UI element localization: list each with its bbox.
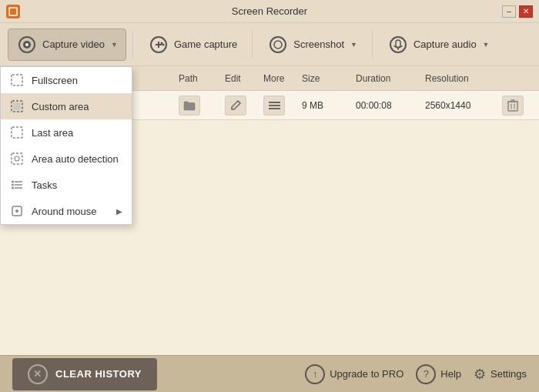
col-path: Path (179, 73, 225, 84)
fullscreen-icon (10, 73, 24, 87)
col-resolution: Resolution (425, 73, 502, 84)
svg-rect-15 (269, 108, 280, 109)
capture-audio-icon (387, 34, 409, 55)
upgrade-label: Upgrade to PRO (330, 368, 403, 380)
capture-audio-button[interactable]: Capture audio ▼ (379, 28, 498, 61)
toolbar: Capture video ▼ Game capture Screenshot … (0, 23, 539, 66)
cell-delete (502, 95, 533, 116)
path-folder-button[interactable] (179, 95, 200, 116)
upgrade-to-pro-button[interactable]: ↑ Upgrade to PRO (305, 364, 403, 384)
custom-area-label: Custom area (32, 101, 89, 112)
help-icon: ? (416, 364, 436, 384)
clear-history-button[interactable]: ✕ CLEAR HISTORY (12, 358, 157, 390)
menu-item-last-area[interactable]: Last area (1, 119, 132, 146)
clear-history-icon: ✕ (28, 364, 48, 384)
capture-video-icon (16, 34, 38, 55)
clear-history-label: CLEAR HISTORY (55, 368, 142, 380)
around-mouse-arrow: ▶ (116, 207, 122, 216)
upgrade-icon: ↑ (305, 364, 325, 384)
bottom-bar: ✕ CLEAR HISTORY ↑ Upgrade to PRO ? Help … (0, 355, 539, 392)
more-button[interactable] (263, 95, 285, 116)
fullscreen-label: Fullscreen (32, 75, 78, 86)
area-auto-detection-icon (10, 152, 24, 166)
svg-point-7 (162, 43, 164, 45)
game-capture-button[interactable]: Game capture (139, 28, 246, 61)
col-edit: Edit (225, 73, 263, 84)
help-label: Help (440, 368, 461, 380)
menu-item-custom-area[interactable]: Custom area (1, 93, 132, 119)
svg-point-23 (12, 181, 14, 183)
capture-video-label: Capture video (42, 39, 105, 50)
cell-path (179, 95, 225, 116)
custom-area-icon (10, 99, 24, 113)
capture-audio-label: Capture audio (413, 39, 477, 50)
svg-point-27 (12, 187, 14, 189)
delete-button[interactable] (502, 95, 524, 116)
content-area: Path Edit More Size Duration Resolution … (0, 66, 539, 355)
col-more: More (263, 73, 302, 84)
capture-video-button[interactable]: Capture video ▼ (8, 28, 126, 61)
title-bar: Screen Recorder – ✕ (0, 0, 539, 23)
capture-audio-arrow: ▼ (483, 41, 490, 49)
last-area-label: Last area (32, 127, 73, 139)
svg-point-22 (15, 156, 19, 161)
around-mouse-label: Around mouse (32, 206, 97, 217)
capture-video-arrow: ▼ (111, 41, 118, 49)
minimize-button[interactable]: – (502, 5, 516, 18)
close-button[interactable]: ✕ (519, 5, 533, 18)
settings-button[interactable]: ⚙ Settings (474, 366, 527, 383)
app-title: Screen Recorder (232, 5, 307, 17)
svg-rect-19 (13, 102, 21, 110)
toolbar-separator-3 (372, 31, 373, 59)
svg-point-30 (15, 209, 18, 213)
svg-point-8 (270, 37, 286, 52)
area-auto-detection-label: Area auto detection (32, 153, 119, 165)
settings-label: Settings (490, 368, 527, 380)
col-size: Size (302, 73, 356, 84)
settings-gear-icon: ⚙ (474, 366, 486, 383)
title-bar-left (6, 5, 20, 18)
svg-rect-21 (12, 153, 22, 164)
menu-item-area-auto-detection[interactable]: Area auto detection (1, 146, 132, 172)
cell-size: 9 MB (302, 100, 356, 111)
menu-item-around-mouse[interactable]: Around mouse ▶ (1, 198, 132, 224)
svg-rect-14 (269, 105, 280, 106)
svg-rect-16 (508, 102, 517, 111)
help-button[interactable]: ? Help (416, 364, 461, 384)
svg-point-4 (25, 43, 28, 46)
svg-rect-13 (269, 102, 280, 103)
around-mouse-icon (10, 204, 24, 218)
bottom-right-actions: ↑ Upgrade to PRO ? Help ⚙ Settings (305, 364, 527, 384)
last-area-icon (10, 126, 24, 139)
screenshot-button[interactable]: Screenshot ▼ (259, 28, 366, 61)
svg-rect-20 (12, 127, 22, 138)
menu-item-tasks[interactable]: Tasks (1, 172, 132, 198)
game-capture-label: Game capture (174, 39, 237, 50)
capture-mode-dropdown: Fullscreen Custom area Last area (0, 66, 132, 225)
edit-button[interactable] (225, 95, 246, 116)
toolbar-separator-2 (252, 31, 253, 59)
cell-more (263, 95, 302, 116)
screenshot-arrow: ▼ (350, 41, 357, 49)
svg-rect-17 (12, 75, 22, 85)
svg-rect-1 (10, 8, 16, 15)
cell-edit (225, 95, 263, 116)
tasks-icon (10, 178, 24, 192)
cell-duration: 00:00:08 (356, 100, 425, 111)
title-bar-controls: – ✕ (502, 5, 533, 18)
menu-item-fullscreen[interactable]: Fullscreen (1, 67, 132, 93)
game-capture-icon (148, 34, 169, 55)
screenshot-icon (267, 34, 289, 55)
app-icon (6, 5, 20, 18)
screenshot-label: Screenshot (293, 39, 344, 50)
col-duration: Duration (356, 73, 425, 84)
cell-resolution: 2560x1440 (425, 100, 502, 111)
toolbar-separator-1 (132, 31, 133, 59)
svg-point-9 (274, 41, 282, 49)
tasks-label: Tasks (32, 179, 57, 191)
svg-point-25 (12, 184, 14, 186)
